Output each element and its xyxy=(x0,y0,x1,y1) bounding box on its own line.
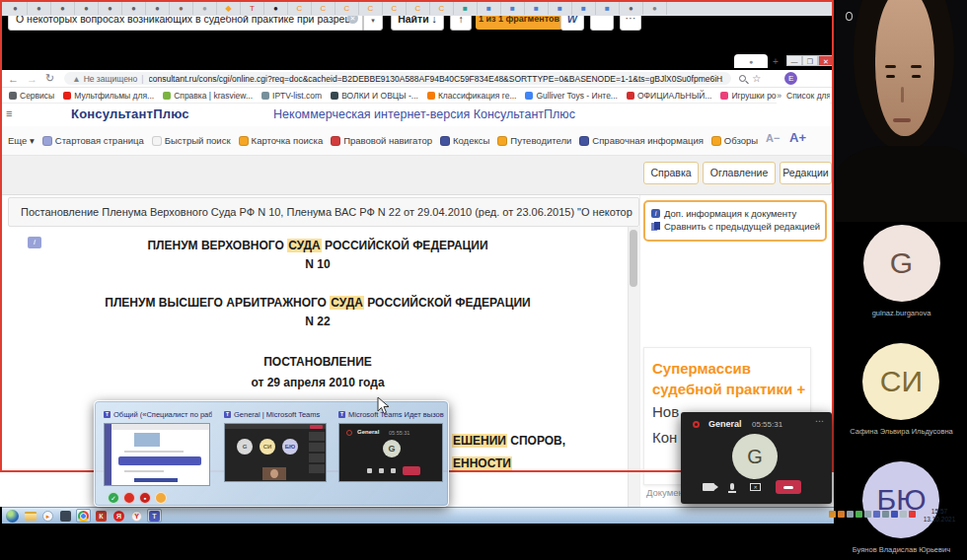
toolbar-button[interactable]: Карточка поиска xyxy=(239,135,324,146)
browser-tab[interactable]: ● xyxy=(193,2,217,15)
tray-icon[interactable] xyxy=(847,511,854,518)
new-tab-button[interactable]: + xyxy=(768,55,783,68)
tab-redakcii[interactable]: Редакции xyxy=(780,162,832,184)
status-button[interactable]: ▪ xyxy=(139,492,151,504)
bookmark-item[interactable]: IPTV-list.com xyxy=(261,91,322,101)
taskbar-y-browser[interactable]: Y xyxy=(129,509,144,523)
browser-tab[interactable]: ● xyxy=(170,2,193,15)
browser-tab[interactable]: ● xyxy=(99,2,122,15)
browser-tab[interactable]: ● xyxy=(620,2,643,15)
status-button[interactable]: ✓ xyxy=(108,492,119,504)
profile-avatar[interactable]: E xyxy=(784,72,797,85)
taskbar-media-player[interactable]: ▸ xyxy=(40,509,55,523)
bookmark-item[interactable]: Сервисы xyxy=(9,91,54,101)
consultant-logo[interactable]: КонсультантПлюс xyxy=(71,106,189,121)
preview-thumbnail-chat[interactable] xyxy=(104,423,210,486)
bookmark-item[interactable]: Справка | krasview... xyxy=(163,91,253,101)
tray-icon[interactable] xyxy=(838,511,845,518)
browser-tab[interactable]: ● xyxy=(28,2,51,15)
forward-icon[interactable]: → xyxy=(27,73,37,85)
toolbar-button[interactable]: Стартовая страница xyxy=(42,135,144,146)
stop-share-button[interactable]: ✕ xyxy=(750,483,761,491)
maximize-button[interactable]: ❒ xyxy=(802,55,818,66)
browser-tab[interactable]: C xyxy=(407,2,430,15)
browser-tab[interactable]: C xyxy=(312,2,335,15)
browser-tab[interactable]: ● xyxy=(643,2,667,15)
scrollbar-thumb[interactable] xyxy=(630,230,637,287)
taskbar-clock[interactable]: 15:57 13.10.2021 xyxy=(918,508,961,523)
hamburger-menu-icon[interactable]: ≡ xyxy=(6,107,12,119)
tray-icon[interactable] xyxy=(882,511,889,518)
tab-spravka[interactable]: Справка xyxy=(643,162,699,184)
browser-tab[interactable]: ■ xyxy=(525,2,549,15)
status-button[interactable] xyxy=(155,492,167,504)
browser-tab[interactable]: ■ xyxy=(478,2,501,15)
browser-tab[interactable]: ● xyxy=(264,2,288,15)
tray-icon[interactable] xyxy=(829,511,836,518)
bookmark-star-icon[interactable]: ☆ xyxy=(752,73,761,84)
start-button[interactable] xyxy=(5,509,20,523)
browser-tab[interactable]: ■ xyxy=(454,2,478,15)
browser-tab[interactable]: ● xyxy=(122,2,146,15)
teams-mini-call-window[interactable]: General 05:55:31 ⋯ G ✕ xyxy=(681,412,832,504)
reading-list-button[interactable]: Список для чтения xyxy=(786,91,830,101)
preview-thumbnail-meeting[interactable]: G СИ БЮ xyxy=(224,423,327,482)
system-tray[interactable] xyxy=(827,511,916,518)
browser-tab[interactable]: C xyxy=(288,2,312,15)
bookmark-item[interactable]: Мультфильмы для... xyxy=(63,91,154,101)
toolbar-button[interactable]: Быстрый поиск xyxy=(152,135,231,146)
more-menu-button[interactable]: Еще ▾ xyxy=(8,135,35,146)
url-bar[interactable]: ▲ Не защищено | consultant.ru/cons/cgi/o… xyxy=(64,72,731,85)
reload-icon[interactable]: ↻ xyxy=(45,72,54,85)
status-button[interactable] xyxy=(123,492,135,504)
hangup-button[interactable] xyxy=(776,480,801,494)
font-smaller-button[interactable]: А− xyxy=(766,132,780,144)
toolbar-button[interactable]: Путеводители xyxy=(497,135,571,146)
browser-tab[interactable]: ◆ xyxy=(217,2,241,15)
browser-tab[interactable]: ● xyxy=(146,2,170,15)
browser-tab-strip[interactable]: ● ● ● ● ● ● ● ● ● ◆ T ● C C C C xyxy=(0,0,834,16)
toolbar-button[interactable]: Справочная информация xyxy=(579,135,704,146)
minimize-button[interactable]: — xyxy=(786,55,802,66)
taskbar-chrome[interactable] xyxy=(76,509,91,523)
browser-tab[interactable]: ● xyxy=(51,2,75,15)
preview-thumbnail-call[interactable]: General 05:55:31 G xyxy=(338,423,443,482)
browser-tab[interactable]: ■ xyxy=(549,2,572,15)
browser-tab[interactable]: C xyxy=(383,2,407,15)
font-larger-button[interactable]: А+ xyxy=(789,130,806,145)
doc-extra-info-link[interactable]: iДоп. информация к документу xyxy=(651,208,819,219)
camera-button[interactable] xyxy=(703,483,714,491)
more-options-icon[interactable]: ⋯ xyxy=(815,416,824,426)
tray-icon[interactable] xyxy=(891,511,898,518)
taskbar-app[interactable] xyxy=(58,509,73,523)
toolbar-button[interactable]: Правовой навигатор xyxy=(331,135,432,146)
taskbar-teams[interactable]: T xyxy=(147,509,162,523)
bookmark-item[interactable]: ВОЛКИ И ОВЦЫ -... xyxy=(331,91,418,101)
bookmarks-overflow-chevron[interactable]: » xyxy=(777,91,781,101)
microphone-button[interactable] xyxy=(730,483,734,490)
tray-icon[interactable] xyxy=(864,511,871,518)
bookmark-item[interactable]: Классификация ге... xyxy=(427,91,517,101)
compare-edition-link[interactable]: Сравнить с предыдущей редакцией xyxy=(651,221,819,232)
tray-icon[interactable] xyxy=(873,511,880,518)
browser-tab[interactable]: ● xyxy=(4,2,28,15)
zoom-lens-icon[interactable] xyxy=(739,75,746,82)
browser-tab[interactable]: ■ xyxy=(572,2,596,15)
browser-tab[interactable]: ■ xyxy=(596,2,620,15)
tab-oglavlenie[interactable]: Оглавление xyxy=(703,162,776,184)
browser-tab[interactable]: C xyxy=(335,2,359,15)
bookmark-item[interactable]: Gulliver Toys - Инте... xyxy=(525,91,617,101)
taskbar-explorer[interactable] xyxy=(23,509,37,523)
tray-icon[interactable] xyxy=(909,511,916,518)
browser-tab[interactable]: T xyxy=(241,2,264,15)
toolbar-button[interactable]: Кодексы xyxy=(440,135,489,146)
browser-tab[interactable]: C xyxy=(359,2,383,15)
toolbar-button[interactable]: Обзоры xyxy=(711,135,758,146)
browser-tab[interactable]: ■ xyxy=(501,2,525,15)
bookmark-item[interactable]: ОФИЦИАЛЬНЫЙ... xyxy=(627,91,711,101)
browser-tab[interactable]: C xyxy=(430,2,454,15)
taskbar-red-app[interactable]: К xyxy=(94,509,109,523)
close-button[interactable]: ✕ xyxy=(818,55,834,66)
taskbar-yandex[interactable]: Я xyxy=(112,509,126,523)
back-icon[interactable]: ← xyxy=(8,73,19,85)
